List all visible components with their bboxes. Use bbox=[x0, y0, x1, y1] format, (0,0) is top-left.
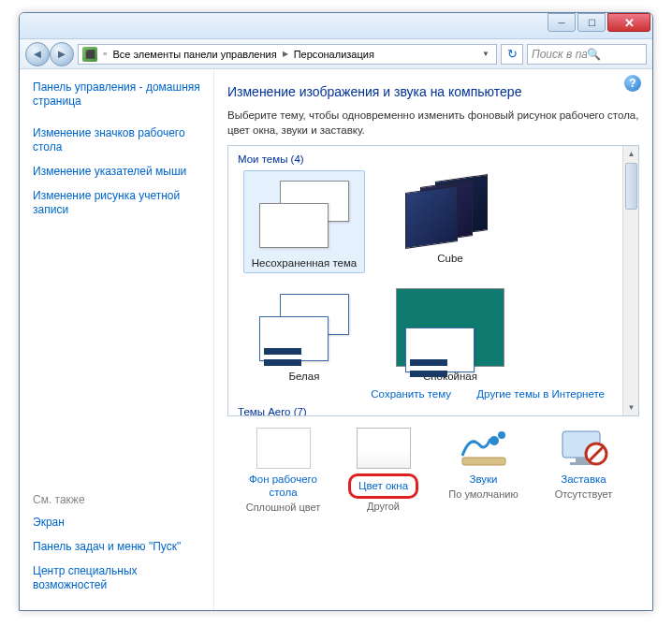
search-input[interactable]: Поиск в панели ... 🔍 bbox=[527, 44, 647, 65]
theme-item-calm[interactable]: Спокойная bbox=[389, 288, 511, 382]
window-color-button[interactable]: Цвет окна Другой bbox=[337, 428, 431, 513]
see-also-label: См. также bbox=[33, 493, 206, 506]
more-themes-link[interactable]: Другие темы в Интернете bbox=[476, 388, 605, 400]
sidebar-also-display[interactable]: Экран bbox=[33, 516, 206, 530]
save-theme-link[interactable]: Сохранить тему bbox=[371, 388, 451, 400]
back-button[interactable]: ◄ bbox=[25, 42, 50, 66]
sounds-icon bbox=[457, 428, 511, 469]
search-placeholder: Поиск в панели ... bbox=[532, 48, 587, 61]
chevron-right-icon: ▶ bbox=[282, 50, 289, 58]
minimize-button[interactable]: ─ bbox=[548, 13, 576, 32]
theme-label: Cube bbox=[389, 253, 511, 264]
theme-item-white[interactable]: Белая bbox=[243, 288, 365, 382]
close-button[interactable]: ✕ bbox=[607, 13, 650, 32]
sidebar-also-ease-of-access[interactable]: Центр специальных возможностей bbox=[33, 564, 206, 592]
breadcrumb-root[interactable]: Все элементы панели управления bbox=[112, 49, 276, 60]
control-panel-icon: ⬛ bbox=[82, 47, 97, 62]
theme-label: Несохраненная тема bbox=[244, 257, 364, 269]
svg-point-0 bbox=[489, 436, 499, 445]
address-dropdown[interactable]: ▼ bbox=[479, 50, 492, 58]
page-description: Выберите тему, чтобы одновременно измени… bbox=[227, 109, 639, 138]
maximize-button[interactable]: ☐ bbox=[577, 13, 606, 32]
theme-label: Белая bbox=[243, 371, 365, 382]
screensaver-icon bbox=[557, 428, 611, 469]
chevron-left-icon: « bbox=[102, 50, 108, 58]
main-panel: ? Изменение изображения и звука на компь… bbox=[214, 69, 652, 610]
scroll-thumb[interactable] bbox=[625, 163, 637, 210]
address-bar: ◄ ► ⬛ « Все элементы панели управления ▶… bbox=[20, 39, 652, 69]
refresh-button[interactable]: ↻ bbox=[501, 44, 523, 65]
scroll-up-button[interactable]: ▲ bbox=[623, 146, 639, 162]
sidebar-link-desktop-icons[interactable]: Изменение значков рабочего стола bbox=[33, 126, 206, 154]
scrollbar[interactable]: ▲ ▼ bbox=[622, 146, 638, 415]
sidebar-link-mouse-pointers[interactable]: Изменение указателей мыши bbox=[33, 165, 206, 179]
sidebar-home-link[interactable]: Панель управления - домашняя страница bbox=[33, 80, 206, 109]
my-themes-heading: Мои темы (4) bbox=[238, 153, 629, 165]
desktop-bg-icon bbox=[256, 428, 311, 469]
search-icon: 🔍 bbox=[587, 48, 642, 61]
theme-item-unsaved[interactable]: Несохраненная тема bbox=[243, 170, 365, 273]
titlebar: ─ ☐ ✕ bbox=[20, 13, 652, 39]
aero-themes-heading: Темы Aero (7) bbox=[238, 406, 629, 416]
personalization-window: ─ ☐ ✕ ◄ ► ⬛ « Все элементы панели управл… bbox=[19, 12, 653, 611]
svg-rect-2 bbox=[462, 458, 505, 465]
window-color-icon bbox=[357, 428, 411, 469]
page-title: Изменение изображения и звука на компьют… bbox=[227, 84, 639, 99]
help-icon[interactable]: ? bbox=[624, 75, 641, 92]
sidebar-also-taskbar[interactable]: Панель задач и меню "Пуск" bbox=[33, 540, 206, 554]
scroll-down-button[interactable]: ▼ bbox=[623, 400, 639, 415]
themes-listbox: Мои темы (4) Несохраненная тема Cube Бел… bbox=[227, 145, 639, 416]
sounds-button[interactable]: Звуки По умолчанию bbox=[437, 428, 531, 513]
svg-rect-4 bbox=[576, 458, 587, 462]
breadcrumb[interactable]: ⬛ « Все элементы панели управления ▶ Пер… bbox=[78, 44, 497, 65]
forward-button[interactable]: ► bbox=[50, 42, 74, 66]
desktop-background-button[interactable]: Фон рабочего стола Сплошной цвет bbox=[237, 428, 330, 513]
sidebar-link-account-picture[interactable]: Изменение рисунка учетной записи bbox=[33, 189, 206, 217]
theme-item-cube[interactable]: Cube bbox=[389, 170, 511, 273]
settings-row: Фон рабочего стола Сплошной цвет Цвет ок… bbox=[227, 428, 639, 513]
highlight-ring: Цвет окна bbox=[348, 473, 418, 499]
screensaver-button[interactable]: Заставка Отсутствует bbox=[537, 428, 631, 513]
breadcrumb-current[interactable]: Персонализация bbox=[294, 49, 374, 60]
svg-point-1 bbox=[498, 431, 505, 439]
sidebar: Панель управления - домашняя страница Из… bbox=[20, 69, 214, 610]
